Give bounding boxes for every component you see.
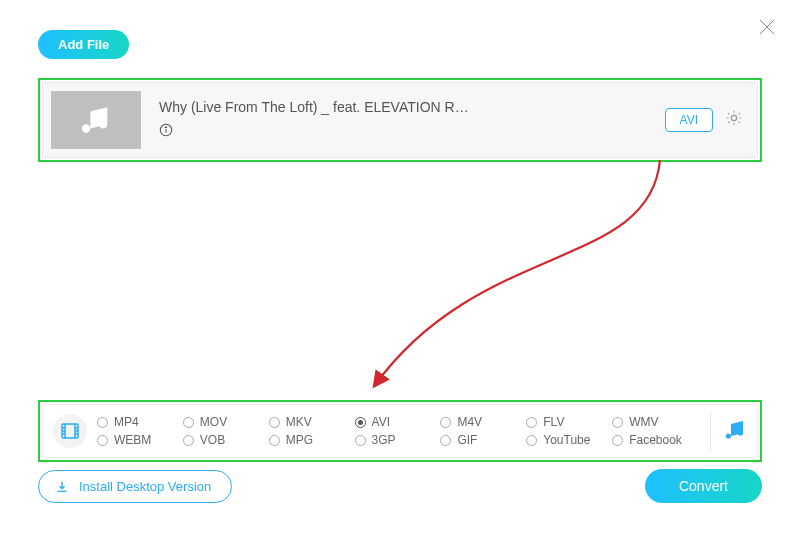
audio-tab[interactable] [723,417,747,445]
format-label: Facebook [629,433,682,447]
radio-icon [269,435,280,446]
format-option-flv[interactable]: FLV [526,415,612,429]
radio-icon [355,417,366,428]
gear-icon [725,109,743,127]
formats-panel: MP4MOVMKVAVIM4VFLVWMVWEBMVOBMPG3GPGIFYou… [42,404,758,458]
music-note-icon [79,103,113,137]
format-label: FLV [543,415,564,429]
format-option-avi[interactable]: AVI [355,415,441,429]
format-label: MKV [286,415,312,429]
radio-icon [612,435,623,446]
format-option-mkv[interactable]: MKV [269,415,355,429]
download-icon [55,480,69,494]
format-label: GIF [457,433,477,447]
radio-icon [183,417,194,428]
format-label: WEBM [114,433,151,447]
radio-icon [97,435,108,446]
format-label: VOB [200,433,225,447]
format-option-vob[interactable]: VOB [183,433,269,447]
formats-panel-highlight: MP4MOVMKVAVIM4VFLVWMVWEBMVOBMPG3GPGIFYou… [38,400,762,462]
radio-icon [440,417,451,428]
format-option-facebook[interactable]: Facebook [612,433,698,447]
format-option-mpg[interactable]: MPG [269,433,355,447]
radio-icon [183,435,194,446]
format-label: 3GP [372,433,396,447]
format-label: WMV [629,415,658,429]
add-file-button[interactable]: Add File [38,30,129,59]
install-desktop-label: Install Desktop Version [79,479,211,494]
svg-point-5 [731,115,736,120]
file-card: Why (Live From The Loft) _ feat. ELEVATI… [42,82,758,158]
format-label: MOV [200,415,227,429]
divider [710,412,711,450]
radio-icon [526,417,537,428]
file-info: Why (Live From The Loft) _ feat. ELEVATI… [141,99,665,141]
output-format-badge[interactable]: AVI [665,108,713,132]
install-desktop-button[interactable]: Install Desktop Version [38,470,232,503]
file-title: Why (Live From The Loft) _ feat. ELEVATI… [159,99,665,115]
format-option-3gp[interactable]: 3GP [355,433,441,447]
format-option-gif[interactable]: GIF [440,433,526,447]
format-option-youtube[interactable]: YouTube [526,433,612,447]
file-card-highlight: Why (Live From The Loft) _ feat. ELEVATI… [38,78,762,162]
radio-icon [269,417,280,428]
format-option-mov[interactable]: MOV [183,415,269,429]
radio-icon [97,417,108,428]
radio-icon [526,435,537,446]
radio-icon [440,435,451,446]
convert-button[interactable]: Convert [645,469,762,503]
format-option-mp4[interactable]: MP4 [97,415,183,429]
svg-point-4 [165,127,166,128]
format-option-m4v[interactable]: M4V [440,415,526,429]
file-thumbnail [51,91,141,149]
radio-icon [612,417,623,428]
format-option-webm[interactable]: WEBM [97,433,183,447]
music-note-icon [723,417,747,441]
format-label: M4V [457,415,482,429]
format-label: AVI [372,415,390,429]
close-button[interactable] [758,18,776,40]
info-icon [159,123,173,137]
settings-button[interactable] [725,109,743,131]
video-tab[interactable] [53,414,87,448]
close-icon [758,18,776,36]
format-option-wmv[interactable]: WMV [612,415,698,429]
format-label: YouTube [543,433,590,447]
info-button[interactable] [159,123,173,141]
annotation-arrow [360,160,680,400]
film-icon [60,421,80,441]
format-label: MPG [286,433,313,447]
radio-icon [355,435,366,446]
format-label: MP4 [114,415,139,429]
